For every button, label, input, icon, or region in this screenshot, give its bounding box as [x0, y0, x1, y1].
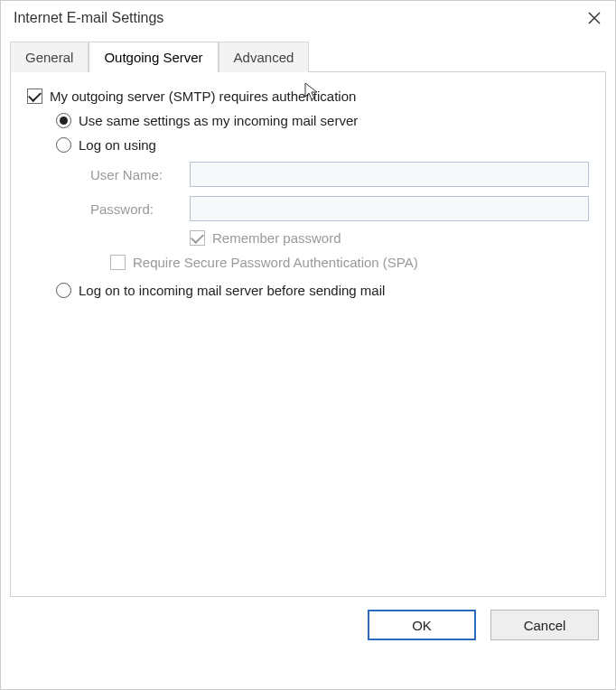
cancel-button[interactable]: Cancel: [490, 610, 599, 640]
log-on-using-row[interactable]: Log on using: [27, 137, 589, 153]
log-on-incoming-radio[interactable]: [56, 283, 71, 298]
titlebar: Internet E-mail Settings: [1, 1, 615, 41]
require-spa-label: Require Secure Password Authentication (…: [133, 255, 418, 270]
window-title: Internet E-mail Settings: [14, 10, 163, 26]
password-label: Password:: [90, 201, 190, 217]
password-input: [190, 196, 589, 221]
requires-auth-checkbox[interactable]: [27, 89, 42, 104]
remember-password-checkbox: [190, 230, 205, 246]
ok-button-label: OK: [412, 618, 432, 633]
log-on-using-label: Log on using: [79, 137, 156, 153]
username-input: [190, 162, 589, 187]
email-settings-dialog: Internet E-mail Settings General Outgoin…: [0, 0, 616, 690]
same-settings-label: Use same settings as my incoming mail se…: [79, 113, 358, 128]
log-on-incoming-label: Log on to incoming mail server before se…: [79, 283, 385, 298]
close-button[interactable]: [583, 6, 606, 30]
tab-advanced-label: Advanced: [234, 50, 294, 65]
same-settings-radio[interactable]: [56, 113, 71, 128]
username-label: User Name:: [90, 167, 190, 182]
outgoing-server-panel: My outgoing server (SMTP) requires authe…: [10, 71, 606, 597]
tab-general-label: General: [25, 50, 73, 65]
tab-outgoing-server[interactable]: Outgoing Server: [89, 42, 218, 73]
username-row: User Name:: [27, 162, 589, 187]
ok-button[interactable]: OK: [368, 610, 476, 640]
log-on-using-radio[interactable]: [56, 137, 71, 153]
require-spa-checkbox: [110, 255, 126, 270]
cancel-button-label: Cancel: [524, 618, 566, 633]
remember-password-label: Remember password: [212, 230, 341, 246]
remember-password-row: Remember password: [27, 230, 589, 246]
password-row: Password:: [27, 196, 589, 221]
require-spa-row: Require Secure Password Authentication (…: [27, 255, 589, 270]
tab-general[interactable]: General: [10, 42, 89, 72]
tab-outgoing-label: Outgoing Server: [104, 50, 202, 65]
tab-advanced[interactable]: Advanced: [219, 42, 310, 72]
dialog-buttons: OK Cancel: [1, 597, 615, 657]
same-settings-row[interactable]: Use same settings as my incoming mail se…: [27, 113, 589, 128]
log-on-incoming-row[interactable]: Log on to incoming mail server before se…: [27, 283, 589, 298]
requires-auth-row[interactable]: My outgoing server (SMTP) requires authe…: [27, 89, 589, 104]
tab-strip: General Outgoing Server Advanced: [10, 41, 606, 72]
requires-auth-label: My outgoing server (SMTP) requires authe…: [50, 89, 356, 104]
tab-area: General Outgoing Server Advanced My outg…: [10, 41, 606, 597]
close-icon: [588, 12, 601, 24]
